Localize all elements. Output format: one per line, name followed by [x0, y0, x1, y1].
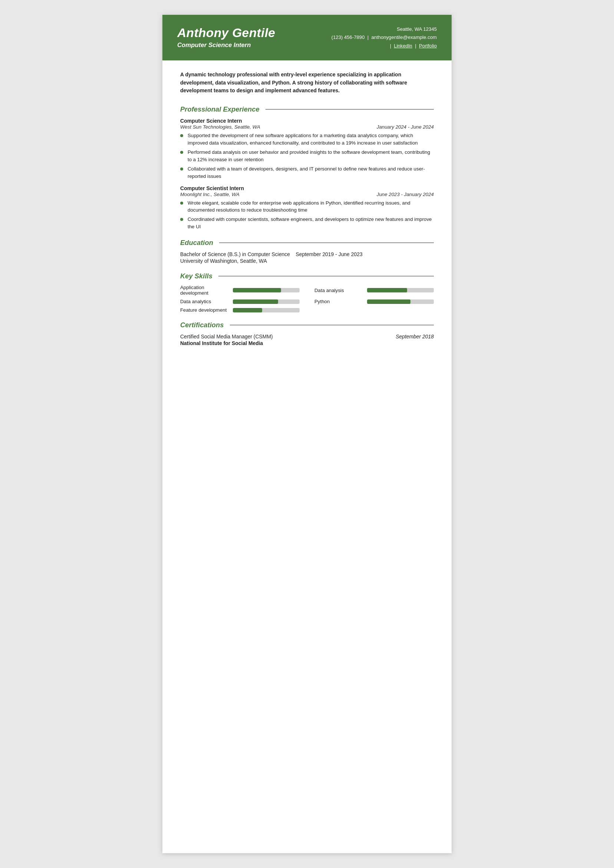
skills-title: Key Skills [180, 272, 213, 280]
portfolio-link[interactable]: Portfolio [419, 43, 437, 48]
job-1-bullet-1: Supported the development of new softwar… [180, 132, 434, 147]
skill-row-left-2: Feature development [180, 307, 300, 313]
cert-1-info: Certified Social Media Manager (CSMM) Na… [180, 333, 273, 346]
education-section: Education Bachelor of Science (B.S.) in … [180, 239, 434, 264]
contact-location: Seattle, WA 12345 [331, 25, 437, 33]
certifications-title: Certifications [180, 321, 224, 329]
skill-row-left-0: Application development [180, 285, 300, 296]
job-1-title: Computer Science Intern [180, 118, 434, 124]
candidate-title: Computer Science Intern [177, 42, 331, 49]
job-1-bullets: Supported the development of new softwar… [180, 132, 434, 180]
resume-page: Anthony Gentile Computer Science Intern … [162, 15, 452, 853]
candidate-name: Anthony Gentile [177, 26, 331, 40]
skill-bar-bg [233, 299, 300, 304]
education-dates: September 2019 - June 2023 [296, 251, 363, 257]
skill-row-right-0: Data analysis [314, 285, 434, 296]
skill-bar-fill [233, 308, 262, 312]
cert-1-row: Certified Social Media Manager (CSMM) Na… [180, 333, 434, 346]
skills-divider [218, 276, 434, 276]
contact-phone-email: (123) 456-7890 | anthonygentile@example.… [331, 33, 437, 42]
summary-text: A dynamic technology professional with e… [180, 71, 434, 95]
job-2-title: Computer Scientist Intern [180, 185, 434, 191]
skill-label: Python [314, 299, 363, 304]
job-1-meta: West Sun Technologies, Seattle, WA Janua… [180, 124, 434, 130]
skills-section: Key Skills Application development Data … [180, 272, 434, 313]
education-divider [219, 242, 434, 243]
skill-label: Application development [180, 285, 229, 296]
skill-row-left-1: Data analytics [180, 299, 300, 304]
job-2-bullet-2: Coordinated with computer scientists, so… [180, 216, 434, 231]
experience-header: Professional Experience [180, 105, 434, 113]
education-title: Education [180, 239, 213, 247]
resume-header: Anthony Gentile Computer Science Intern … [162, 15, 452, 60]
skill-bar-bg [367, 299, 434, 304]
skills-grid: Application development Data analysis Da… [180, 285, 434, 313]
education-degree-line: Bachelor of Science (B.S.) in Computer S… [180, 251, 434, 257]
experience-title: Professional Experience [180, 105, 260, 113]
header-contact: Seattle, WA 12345 (123) 456-7890 | antho… [331, 25, 437, 50]
skill-label: Feature development [180, 307, 229, 313]
experience-section: Professional Experience Computer Science… [180, 105, 434, 231]
job-1-dates: January 2024 - June 2024 [377, 124, 434, 130]
skill-bar-fill [367, 299, 410, 304]
job-2-dates: June 2023 - January 2024 [377, 192, 434, 197]
experience-divider [266, 109, 434, 110]
certifications-header: Certifications [180, 321, 434, 329]
education-institution: University of Washington, Seattle, WA [180, 258, 434, 264]
skill-bar-bg [233, 288, 300, 293]
job-2-meta: Moonlight Inc., Seattle, WA June 2023 - … [180, 192, 434, 197]
skill-bar-fill [233, 288, 281, 293]
job-2-bullets: Wrote elegant, scalable code for enterpr… [180, 199, 434, 231]
contact-phone: (123) 456-7890 [331, 34, 365, 40]
header-left: Anthony Gentile Computer Science Intern [177, 26, 331, 49]
skills-header: Key Skills [180, 272, 434, 280]
job-2: Computer Scientist Intern Moonlight Inc.… [180, 185, 434, 231]
certifications-divider [230, 325, 434, 326]
linkedin-link[interactable]: LinkedIn [394, 43, 412, 48]
job-1-company: West Sun Technologies, Seattle, WA [180, 124, 260, 130]
job-1-bullet-3: Collaborated with a team of developers, … [180, 165, 434, 180]
skill-label: Data analytics [180, 299, 229, 304]
skill-row-right-1: Python [314, 299, 434, 304]
contact-links: | LinkedIn | Portfolio [331, 42, 437, 50]
skill-bar-fill [367, 288, 407, 293]
job-2-company: Moonlight Inc., Seattle, WA [180, 192, 239, 197]
skill-bar-bg [367, 288, 434, 293]
education-header: Education [180, 239, 434, 247]
resume-body: A dynamic technology professional with e… [162, 60, 452, 346]
skill-bar-fill [233, 299, 278, 304]
skill-label: Data analysis [314, 288, 363, 293]
job-1: Computer Science Intern West Sun Technol… [180, 118, 434, 180]
job-1-bullet-2: Performed data analysis on user behavior… [180, 149, 434, 163]
job-2-bullet-1: Wrote elegant, scalable code for enterpr… [180, 199, 434, 214]
contact-email: anthonygentile@example.com [371, 34, 437, 40]
certifications-section: Certifications Certified Social Media Ma… [180, 321, 434, 346]
cert-1-name: Certified Social Media Manager (CSMM) [180, 333, 273, 339]
skill-bar-bg [233, 308, 300, 312]
education-degree: Bachelor of Science (B.S.) in Computer S… [180, 251, 290, 257]
cert-1-issuer: National Institute for Social Media [180, 340, 273, 346]
cert-1-date: September 2018 [396, 333, 434, 339]
